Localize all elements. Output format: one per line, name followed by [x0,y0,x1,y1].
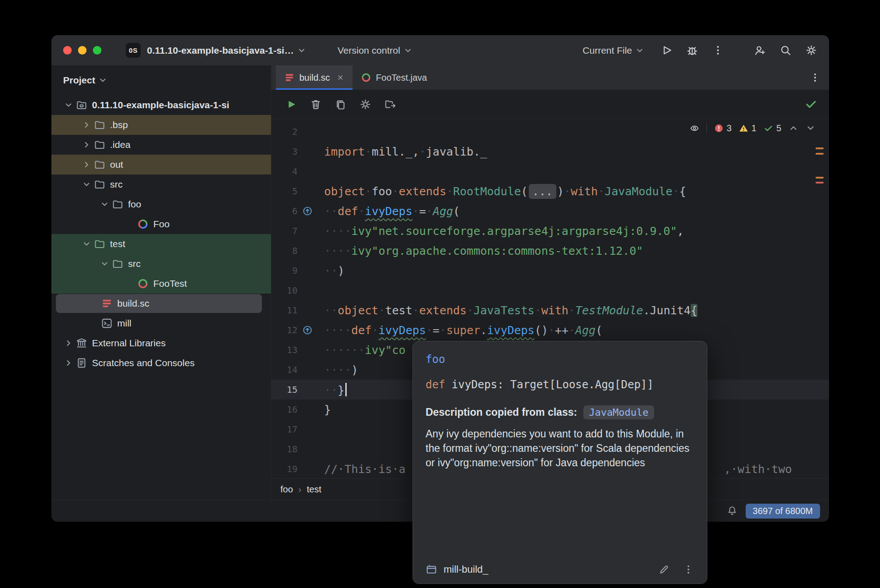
line-number: 8 [271,245,298,256]
code-text: import·mill._,·javalib._ [317,145,487,158]
memory-indicator[interactable]: 3697 of 6800M [746,504,820,519]
scrollbar-error-stripe [816,147,824,149]
chevron-down-icon[interactable] [80,180,93,189]
warning-icon [739,124,748,133]
error-count-label: 3 [727,123,732,133]
titlebar-actions [647,44,724,56]
version-control-menu[interactable]: Version control [338,45,412,56]
chevron-right-icon[interactable] [62,358,75,368]
code-line-3[interactable]: 3import·mill._,·javalib._ [271,142,829,161]
debug-button[interactable] [686,44,698,56]
code-line-9[interactable]: 9··) [271,261,829,280]
tree-item-bsp[interactable]: .bsp [51,115,271,135]
highlight-eye-icon[interactable] [690,124,699,133]
script-settings-button[interactable] [359,98,371,110]
passed-count-label: 5 [776,123,781,133]
project-title[interactable]: 0.11.10-example-basicjava-1-si… [147,45,294,56]
tree-item-out[interactable]: out [51,155,271,175]
code-line-11[interactable]: 11··object·test·extends·JavaTests·with·T… [271,300,829,320]
override-gutter-icon[interactable] [298,206,317,216]
more-actions-button[interactable] [712,44,724,56]
notifications-bell-icon[interactable] [727,505,738,516]
tree-item-0-11-10-example-basicjava-1-si[interactable]: 0.11.10-example-basicjava-1-si [51,95,271,115]
popup-more-button[interactable] [683,564,694,575]
tree-item-label: .bsp [110,119,128,130]
tree-item-mill[interactable]: mill [51,313,271,333]
passed-count[interactable]: 5 [764,123,781,133]
code-with-me-button[interactable] [754,44,766,56]
chevron-down-icon[interactable] [98,200,111,209]
code-text: //·This·is·a [317,463,406,476]
close-window-button[interactable] [63,46,72,55]
code-line-4[interactable]: 4 [271,161,829,181]
run-script-button[interactable] [285,98,297,110]
chevron-down-icon[interactable] [62,101,75,110]
chevron-right-icon[interactable] [62,339,75,348]
line-number: 14 [271,364,298,375]
breadcrumb-foo[interactable]: foo [280,484,293,495]
code-line-8[interactable]: 8····ivy"org.apache.commons:commons-text… [271,241,829,261]
edit-source-button[interactable] [658,564,670,575]
tab-build-sc[interactable]: build.sc [276,65,353,90]
search-everywhere-button[interactable] [779,44,792,56]
close-tab-icon[interactable] [336,74,344,82]
tree-item-label: FooTest [153,278,187,289]
chevron-right-icon[interactable] [80,120,93,129]
code-line-6[interactable]: 6··def·ivyDeps·=·Agg( [271,201,829,221]
fullscreen-window-button[interactable] [93,46,101,55]
copy-button[interactable] [335,98,347,110]
popup-body-text: Any ivy dependencies you want to add to … [426,427,694,470]
breadcrumb-test[interactable]: test [307,484,321,495]
project-panel-header[interactable]: Project [51,65,271,95]
popup-symbol-link[interactable]: foo [426,353,694,366]
tree-item-scratches-and-consoles[interactable]: Scratches and Consoles [51,353,271,373]
tab-options-button[interactable] [809,72,821,83]
tab-footest-java[interactable]: FooTest.java [353,65,435,90]
project-panel-title: Project [63,75,95,86]
breadcrumb-separator: › [298,484,302,495]
tree-item-foo[interactable]: Foo [51,214,271,234]
delete-button[interactable] [310,98,322,110]
tree-item-footest[interactable]: FooTest [51,274,271,294]
open-in-split-button[interactable] [384,98,396,110]
tree-item-foo[interactable]: foo [51,194,271,214]
chevron-right-icon[interactable] [80,160,93,169]
test-class-icon [361,72,371,83]
run-configuration-selector[interactable]: Current File [582,45,644,56]
tree-item-label: build.sc [117,298,149,309]
project-badge[interactable]: 0S [126,43,141,58]
chevron-down-icon[interactable] [98,259,111,268]
tree-item-src[interactable]: src [51,175,271,194]
run-button[interactable] [660,44,673,56]
previous-issue-button[interactable] [788,123,798,133]
warning-count[interactable]: 1 [739,123,756,133]
tree-item-external-libraries[interactable]: External Libraries [51,333,271,353]
code-line-5[interactable]: 5object·foo·extends·RootModule(...)·with… [271,181,829,201]
tree-item-src[interactable]: src [51,254,271,274]
settings-button[interactable] [805,44,817,56]
code-line-10[interactable]: 10 [271,280,829,300]
tree-item-build-sc[interactable]: build.sc [51,294,271,313]
run-configuration-label: Current File [582,45,632,56]
code-text: object·foo·extends·RootModule(...)·with·… [317,185,686,198]
code-line-7[interactable]: 7····ivy"net.sourceforge.argparse4j:argp… [271,221,829,241]
chevron-right-icon[interactable] [80,140,93,149]
code-line-12[interactable]: 12····def·ivyDeps·=·super.ivyDeps()·++·A… [271,320,829,340]
next-issue-button[interactable] [806,123,816,133]
line-number: 4 [271,166,298,177]
tree-item-idea[interactable]: .idea [51,135,271,155]
project-tool-window: Project 0.11.10-example-basicjava-1-si.b… [51,65,271,500]
folder-icon [94,139,105,151]
tree-item-label: Scratches and Consoles [92,358,195,368]
error-count[interactable]: 3 [714,123,732,133]
chevron-down-icon[interactable] [80,239,93,248]
javamodule-chip[interactable]: JavaModule [583,405,654,419]
override-gutter-icon[interactable] [298,325,317,335]
inspection-widget[interactable]: 3 1 5 [690,123,816,133]
code-text: ··) [317,264,344,277]
tree-item-test[interactable]: test [51,234,271,254]
project-menu-chevron-icon[interactable] [297,46,306,55]
line-number: 13 [271,345,298,355]
minimize-window-button[interactable] [78,46,87,55]
analysis-ok-icon[interactable] [805,98,817,110]
